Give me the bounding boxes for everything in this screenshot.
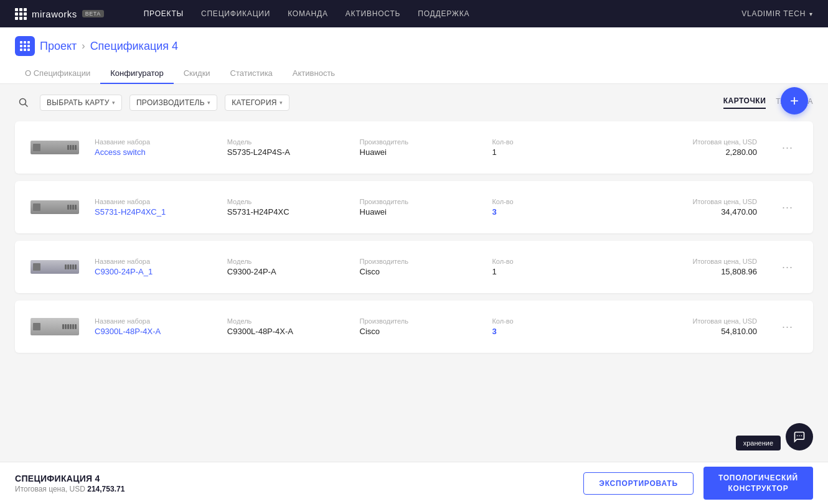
nav-link-projects[interactable]: ПРОЕКТЫ (144, 9, 184, 18)
breadcrumb-section: Проект › Спецификация 4 О Спецификации К… (0, 27, 828, 84)
item-qty: 1 (492, 147, 624, 157)
export-button[interactable]: ЭКСПОРТИРОВАТЬ (583, 472, 694, 495)
add-button[interactable]: + (781, 87, 808, 114)
device-image (30, 134, 80, 161)
tab-configurator[interactable]: Конфигуратор (100, 63, 173, 84)
arrow-icon: ▾ (207, 100, 210, 106)
search-button[interactable] (15, 94, 32, 111)
device-thumbnail (31, 141, 79, 154)
device-thumbnail (31, 318, 79, 335)
model-field: Модель C9300L-48P-4X-A (227, 317, 360, 336)
name-field: Название набора C9300L-48P-4X-A (95, 317, 227, 336)
price-field: Итоговая цена, USD 2,280.00 (624, 138, 757, 157)
grid-icon (15, 8, 27, 20)
item-qty: 1 (492, 267, 624, 276)
device-image (30, 194, 80, 221)
dots-icon (20, 41, 30, 51)
qty-field: Кол-во 1 (492, 258, 624, 276)
model-field: Модель C9300-24P-A (227, 258, 360, 276)
tab-discounts[interactable]: Скидки (174, 63, 220, 84)
item-name[interactable]: Access switch (95, 147, 227, 157)
svg-point-2 (797, 436, 798, 437)
device-image (30, 253, 80, 281)
tab-about[interactable]: О Спецификации (15, 63, 100, 84)
svg-point-4 (801, 436, 802, 437)
name-field: Название набора Access switch (95, 138, 227, 157)
nav-link-team[interactable]: КОМАНДА (288, 9, 328, 18)
item-model: S5731-H24P4XC (227, 207, 360, 217)
filter-card-btn[interactable]: ВЫБРАТЬ КАРТУ ▾ (40, 95, 122, 111)
main-content: ВЫБРАТЬ КАРТУ ▾ ПРОИЗВОДИТЕЛЬ ▾ КАТЕГОРИ… (0, 84, 828, 480)
item-price: 2,280.00 (624, 147, 757, 157)
context-menu-btn[interactable]: ··· (777, 258, 798, 276)
breadcrumb-current: Спецификация 4 (90, 40, 178, 53)
toolbar: ВЫБРАТЬ КАРТУ ▾ ПРОИЗВОДИТЕЛЬ ▾ КАТЕГОРИ… (15, 94, 813, 111)
save-toast: хранение (736, 436, 781, 450)
item-price: 54,810.00 (624, 327, 757, 336)
name-field: Название набора S5731-H24P4XC_1 (95, 198, 227, 217)
item-manufacturer: Huawei (360, 147, 492, 157)
spec-total: Итоговая цена, USD 214,753.71 (15, 485, 573, 493)
tab-activity[interactable]: Активность (283, 63, 345, 84)
item-manufacturer: Cisco (360, 267, 492, 276)
item-price: 15,808.96 (624, 267, 757, 276)
card-list: Название набора Access switch Модель S57… (15, 121, 813, 353)
svg-point-3 (799, 436, 800, 437)
tab-stats[interactable]: Статистика (220, 63, 283, 84)
breadcrumb: Проект › Спецификация 4 (15, 36, 813, 56)
table-row: Название набора C9300-24P-A_1 Модель C93… (15, 241, 813, 293)
ports (67, 145, 77, 150)
price-field: Итоговая цена, USD 15,808.96 (624, 258, 757, 276)
price-field: Итоговая цена, USD 54,810.00 (624, 317, 757, 336)
price-field: Итоговая цена, USD 34,470.00 (624, 198, 757, 217)
plus-icon: + (790, 92, 799, 110)
item-manufacturer: Cisco (360, 327, 492, 336)
manufacturer-field: Производитель Cisco (360, 258, 492, 276)
bottom-bar: СПЕЦИФИКАЦИЯ 4 Итоговая цена, USD 214,75… (0, 462, 828, 504)
card-fields: Название набора C9300-24P-A_1 Модель C93… (95, 258, 757, 276)
arrow-icon: ▾ (280, 100, 283, 106)
table-row: Название набора C9300L-48P-4X-A Модель C… (15, 301, 813, 353)
arrow-icon: ▾ (112, 100, 115, 106)
breadcrumb-project[interactable]: Проект (40, 40, 77, 53)
name-field: Название набора C9300-24P-A_1 (95, 258, 227, 276)
item-model: C9300L-48P-4X-A (227, 327, 360, 336)
card-fields: Название набора C9300L-48P-4X-A Модель C… (95, 317, 757, 336)
logo-text: miraworks (32, 9, 77, 19)
filter-manufacturer-btn[interactable]: ПРОИЗВОДИТЕЛЬ ▾ (129, 95, 217, 111)
model-field: Модель S5735-L24P4S-A (227, 138, 360, 157)
ports (62, 324, 77, 329)
spec-info: СПЕЦИФИКАЦИЯ 4 Итоговая цена, USD 214,75… (15, 474, 573, 493)
table-row: Название набора Access switch Модель S57… (15, 121, 813, 174)
search-icon (19, 98, 29, 108)
qty-field: Кол-во 3 (492, 317, 624, 336)
breadcrumb-separator: › (82, 40, 85, 52)
nav-link-support[interactable]: ПОДДЕРЖКА (418, 9, 469, 18)
svg-line-1 (26, 105, 28, 107)
item-name[interactable]: C9300-24P-A_1 (95, 267, 227, 276)
logo: miraworks beta (15, 8, 104, 20)
project-icon (15, 36, 35, 56)
item-name[interactable]: C9300L-48P-4X-A (95, 327, 227, 336)
context-menu-btn[interactable]: ··· (777, 139, 798, 157)
qty-field: Кол-во 3 (492, 198, 624, 217)
filter-category-btn[interactable]: КАТЕГОРИЯ ▾ (225, 95, 289, 111)
context-menu-btn[interactable]: ··· (777, 318, 798, 336)
user-menu[interactable]: VLADIMIR TECH (741, 9, 813, 18)
nav-links: ПРОЕКТЫ СПЕЦИФИКАЦИИ КОМАНДА АКТИВНОСТЬ … (144, 9, 722, 18)
card-fields: Название набора Access switch Модель S57… (95, 138, 757, 157)
view-cards-btn[interactable]: КАРТОЧКИ (723, 96, 766, 109)
nav-link-activity[interactable]: АКТИВНОСТЬ (346, 9, 400, 18)
qty-field: Кол-во 1 (492, 138, 624, 157)
chat-button[interactable] (786, 423, 813, 450)
context-menu-btn[interactable]: ··· (777, 198, 798, 217)
nav-link-specs[interactable]: СПЕЦИФИКАЦИИ (201, 9, 270, 18)
card-fields: Название набора S5731-H24P4XC_1 Модель S… (95, 198, 757, 217)
manufacturer-field: Производитель Huawei (360, 198, 492, 217)
ports (65, 264, 77, 269)
spec-title: СПЕЦИФИКАЦИЯ 4 (15, 474, 573, 483)
item-name[interactable]: S5731-H24P4XC_1 (95, 207, 227, 217)
item-manufacturer: Huawei (360, 207, 492, 217)
ports (67, 205, 77, 210)
topology-button[interactable]: ТОПОЛОГИЧЕСКИЙКОНСТРУКТОР (703, 467, 813, 500)
